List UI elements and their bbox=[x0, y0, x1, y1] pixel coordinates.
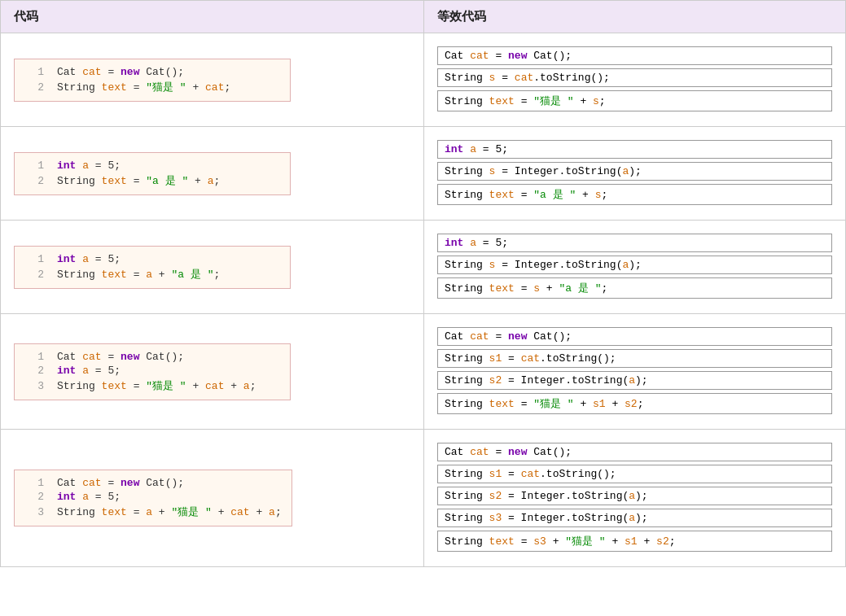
code-text: Cat cat = new Cat(); bbox=[57, 66, 184, 78]
right-code-box: String s1 = cat.toString(); bbox=[437, 465, 832, 483]
code-line: 2int a = 5; bbox=[24, 365, 280, 377]
table-row: 1int a = 5;2String text = a + "a 是 ";int… bbox=[1, 221, 845, 314]
table-row: 1Cat cat = new Cat();2int a = 5;3String … bbox=[1, 314, 845, 430]
left-cell-row1: 1Cat cat = new Cat();2String text = "猫是 … bbox=[1, 33, 424, 126]
main-table: 代码 等效代码 1Cat cat = new Cat();2String tex… bbox=[0, 0, 846, 567]
right-cell-row1: Cat cat = new Cat();String s = cat.toStr… bbox=[424, 33, 845, 126]
line-number: 1 bbox=[24, 351, 44, 363]
right-code-box: int a = 5; bbox=[437, 140, 832, 159]
right-code-box: String text = "猫是 " + s1 + s2; bbox=[437, 393, 832, 414]
right-code-box: String s3 = Integer.toString(a); bbox=[437, 509, 832, 527]
code-text: int a = 5; bbox=[57, 365, 121, 377]
code-line: 2String text = a + "a 是 "; bbox=[24, 267, 280, 282]
code-line: 1int a = 5; bbox=[24, 253, 280, 265]
code-line: 3String text = a + "猫是 " + cat + a; bbox=[24, 505, 282, 519]
table-row: 1int a = 5;2String text = "a 是 " + a;int… bbox=[1, 127, 845, 221]
right-code-box: Cat cat = new Cat(); bbox=[437, 46, 832, 65]
code-text: String text = "猫是 " + cat + a; bbox=[57, 378, 256, 393]
line-number: 1 bbox=[24, 66, 44, 78]
code-text: int a = 5; bbox=[57, 491, 121, 503]
right-code-box: String s2 = Integer.toString(a); bbox=[437, 371, 832, 390]
right-code-box: String text = s3 + "猫是 " + s1 + s2; bbox=[437, 531, 832, 552]
left-cell-row4: 1Cat cat = new Cat();2int a = 5;3String … bbox=[1, 314, 424, 429]
rows-container: 1Cat cat = new Cat();2String text = "猫是 … bbox=[1, 33, 845, 566]
right-code-box: String s2 = Integer.toString(a); bbox=[437, 487, 832, 505]
code-line: 3String text = "猫是 " + cat + a; bbox=[24, 378, 280, 393]
code-line: 1int a = 5; bbox=[24, 159, 280, 172]
right-code-box: Cat cat = new Cat(); bbox=[437, 443, 832, 461]
left-cell-row5: 1Cat cat = new Cat();2int a = 5;3String … bbox=[1, 430, 424, 566]
left-cell-row2: 1int a = 5;2String text = "a 是 " + a; bbox=[1, 127, 424, 220]
line-number: 2 bbox=[24, 175, 44, 187]
left-code-box-row5: 1Cat cat = new Cat();2int a = 5;3String … bbox=[14, 470, 292, 526]
left-code-box-row1: 1Cat cat = new Cat();2String text = "猫是 … bbox=[14, 59, 291, 102]
right-code-box: String s1 = cat.toString(); bbox=[437, 349, 832, 368]
code-text: String text = "猫是 " + cat; bbox=[57, 80, 230, 94]
right-code-box: int a = 5; bbox=[437, 234, 832, 252]
left-code-box-row3: 1int a = 5;2String text = a + "a 是 "; bbox=[14, 246, 291, 289]
right-code-box: Cat cat = new Cat(); bbox=[437, 327, 832, 346]
line-number: 3 bbox=[24, 380, 44, 392]
right-cell-row3: int a = 5;String s = Integer.toString(a)… bbox=[424, 221, 845, 313]
right-cell-row4: Cat cat = new Cat();String s1 = cat.toSt… bbox=[424, 314, 845, 429]
code-line: 1Cat cat = new Cat(); bbox=[24, 66, 280, 78]
right-cell-row2: int a = 5;String s = Integer.toString(a)… bbox=[424, 127, 845, 220]
left-code-box-row2: 1int a = 5;2String text = "a 是 " + a; bbox=[14, 152, 291, 195]
line-number: 2 bbox=[24, 365, 44, 377]
right-code-box: String s = cat.toString(); bbox=[437, 68, 832, 87]
right-cell-row5: Cat cat = new Cat();String s1 = cat.toSt… bbox=[424, 430, 845, 566]
code-text: int a = 5; bbox=[57, 253, 121, 265]
line-number: 1 bbox=[24, 159, 44, 172]
code-text: String text = a + "a 是 "; bbox=[57, 267, 220, 282]
line-number: 1 bbox=[24, 477, 44, 489]
code-text: int a = 5; bbox=[57, 159, 121, 172]
left-cell-row3: 1int a = 5;2String text = a + "a 是 "; bbox=[1, 221, 424, 313]
code-line: 2int a = 5; bbox=[24, 491, 282, 503]
line-number: 3 bbox=[24, 506, 44, 518]
code-text: String text = a + "猫是 " + cat + a; bbox=[57, 505, 282, 519]
code-text: Cat cat = new Cat(); bbox=[57, 477, 184, 489]
code-line: 2String text = "a 是 " + a; bbox=[24, 173, 280, 188]
code-text: Cat cat = new Cat(); bbox=[57, 351, 184, 363]
table-header: 代码 等效代码 bbox=[1, 1, 845, 33]
right-code-box: String text = s + "a 是 "; bbox=[437, 277, 832, 299]
header-col2: 等效代码 bbox=[424, 1, 845, 33]
line-number: 2 bbox=[24, 81, 44, 94]
table-row: 1Cat cat = new Cat();2String text = "猫是 … bbox=[1, 33, 845, 127]
code-line: 2String text = "猫是 " + cat; bbox=[24, 80, 280, 94]
left-code-box-row4: 1Cat cat = new Cat();2int a = 5;3String … bbox=[14, 343, 291, 400]
line-number: 1 bbox=[24, 253, 44, 265]
code-line: 1Cat cat = new Cat(); bbox=[24, 351, 280, 363]
line-number: 2 bbox=[24, 269, 44, 281]
right-code-box: String text = "猫是 " + s; bbox=[437, 90, 832, 111]
table-row: 1Cat cat = new Cat();2int a = 5;3String … bbox=[1, 430, 845, 566]
right-code-box: String text = "a 是 " + s; bbox=[437, 184, 832, 205]
header-col1: 代码 bbox=[1, 1, 424, 33]
right-code-box: String s = Integer.toString(a); bbox=[437, 256, 832, 274]
right-code-box: String s = Integer.toString(a); bbox=[437, 162, 832, 181]
code-text: String text = "a 是 " + a; bbox=[57, 173, 220, 188]
code-line: 1Cat cat = new Cat(); bbox=[24, 477, 282, 489]
line-number: 2 bbox=[24, 491, 44, 503]
